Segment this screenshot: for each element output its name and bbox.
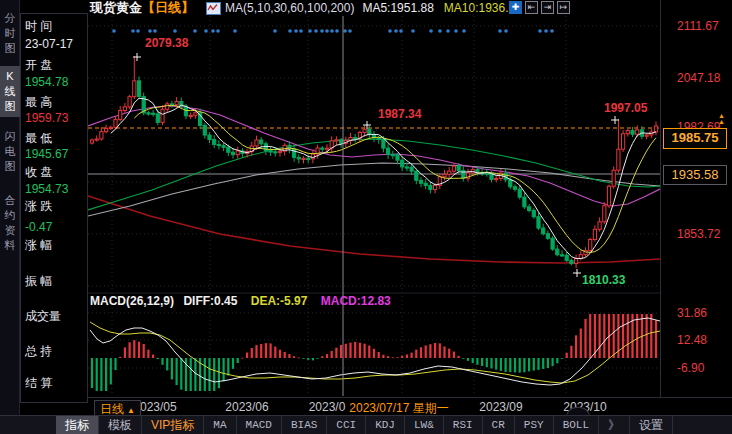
price-annotation: 1810.33 [582, 273, 626, 287]
indicator-tab-bar: 指标模板VIP指标MAMACDBIASCCIKDJLW&RSICRPSYBOLL… [0, 415, 732, 434]
scroll-up-arrows-icon[interactable]: ▲ ▲ [718, 113, 725, 125]
info-change-pct-label: 涨 幅 [25, 237, 52, 254]
info-low-label: 最 低 [25, 130, 52, 147]
macd-title: MACD(26,12,9) [90, 294, 174, 308]
info-settlement-label: 结 算 [25, 375, 52, 392]
info-high-label: 最 高 [25, 94, 52, 111]
info-open-value: 1954.78 [25, 75, 68, 89]
price-chart-canvas[interactable]: 2079.381987.341997.051810.33 [88, 0, 660, 397]
tab-template[interactable]: 模板 [99, 416, 142, 434]
tab-boll[interactable]: BOLL [554, 416, 599, 434]
sidebar-tab-lightning[interactable]: 闪 电 图 [0, 126, 20, 177]
info-time-label: 时 间 [25, 18, 52, 35]
price-annotation: 2079.38 [145, 36, 189, 50]
period-selector-arrow-icon: ▲ [127, 406, 135, 415]
current-price-box: 1985.75 [663, 128, 727, 149]
sidebar-tab-kline[interactable]: K 线 图 [0, 66, 20, 117]
tab-lw[interactable]: LW& [405, 416, 444, 434]
tab-vip-indicator[interactable]: VIP指标 [142, 416, 204, 434]
y-axis-label: 2047.18 [677, 71, 720, 85]
macd-dea-value: DEA:-5.97 [251, 294, 308, 308]
info-time-value: 23-07-17 [25, 37, 73, 51]
info-open-interest-label: 总 持 [25, 343, 52, 360]
tab-macd[interactable]: MACD [237, 416, 282, 434]
info-close-value: 1954.73 [25, 182, 68, 196]
x-axis-label: 2023/0 [309, 400, 346, 414]
y-axis-label: 31.86 [677, 306, 707, 320]
info-change-label: 涨 跌 [25, 198, 52, 215]
info-low-value: 1945.67 [25, 147, 68, 161]
y-axis-label: 1853.72 [677, 227, 720, 241]
y-axis-label: 2111.67 [677, 19, 719, 33]
info-change-value: -0.47 [25, 220, 52, 234]
tab-cci[interactable]: CCI [327, 416, 366, 434]
y-axis-label: -6.90 [677, 361, 704, 375]
info-volume-label: 成交量 [25, 308, 61, 325]
tab-ma[interactable]: MA [204, 416, 236, 434]
tab-kdj[interactable]: KDJ [366, 416, 405, 434]
hline-price-box: 1935.58 [663, 165, 727, 185]
y-axis-label: 12.48 [677, 333, 707, 347]
tab-settings[interactable]: 设置 [630, 416, 673, 434]
info-high-value: 1959.73 [25, 111, 68, 125]
tab-indicator[interactable]: 指标 [56, 416, 99, 434]
macd-indicator-header: MACD(26,12,9) DIFF:0.45 DEA:-5.97 MACD:1… [90, 294, 391, 308]
info-open-label: 开 盘 [25, 57, 52, 74]
trading-terminal-window: 分 时 图K 线 图闪 电 图合 约 资 料 时 间23-07-17开 盘195… [0, 0, 732, 434]
info-amplitude-label: 振 幅 [25, 273, 52, 290]
tab-psy[interactable]: PSY [515, 416, 554, 434]
period-selector-label: 日线 [100, 402, 124, 416]
tab-more[interactable]: 》 [599, 416, 630, 434]
tab-rsi[interactable]: RSI [444, 416, 483, 434]
info-close-label: 收 盘 [25, 164, 52, 181]
chart-type-sidebar: 分 时 图K 线 图闪 电 图合 约 资 料 [0, 0, 20, 415]
tab-cr[interactable]: CR [483, 416, 515, 434]
sidebar-tab-time-share[interactable]: 分 时 图 [0, 8, 20, 59]
price-annotation: 1997.05 [604, 101, 648, 115]
tab-bar-spacer [0, 416, 56, 434]
price-axis: 2111.672047.181982.691853.7231.8612.48-6… [660, 0, 732, 397]
tab-bias[interactable]: BIAS [282, 416, 327, 434]
price-annotation: 1987.34 [378, 107, 422, 121]
quote-info-panel: 时 间23-07-17开 盘1954.78最 高1959.73最 低1945.6… [20, 13, 88, 403]
time-axis: 2023/052023/062023/02023/07/17 星期一2023/0… [88, 397, 732, 415]
x-axis-label: 2023/06 [225, 400, 268, 414]
x-axis-label: 2023/09 [479, 400, 522, 414]
macd-macd-value: MACD:12.83 [321, 294, 391, 308]
macd-diff-value: DIFF:0.45 [183, 294, 237, 308]
sidebar-tab-contract-info[interactable]: 合 约 资 料 [0, 190, 20, 256]
